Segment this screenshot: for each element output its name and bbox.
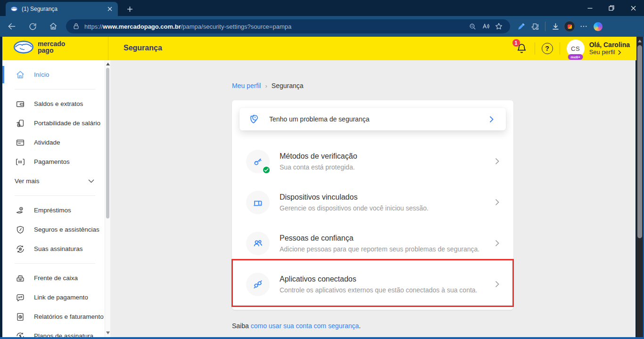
sidebar-item-relatorios[interactable]: Relatórios e faturamento [2, 307, 105, 326]
protected-check-icon [262, 166, 271, 174]
security-problem-label: Tenho um problema de segurança [269, 115, 489, 123]
copilot-icon[interactable] [591, 19, 605, 33]
sidebar-item-seguros[interactable]: Seguros e assistências [2, 220, 105, 239]
row-subtitle: Gerencie os dispositivos onde você inici… [280, 204, 495, 212]
scroll-up-icon[interactable] [106, 63, 110, 65]
security-help-link[interactable]: como usar sua conta com segurança [251, 322, 359, 330]
row-dispositivos-vinculados[interactable]: Dispositivos vinculados Gerencie os disp… [239, 182, 506, 223]
tab-close-icon[interactable] [106, 5, 114, 13]
salary-portability-icon [15, 118, 26, 129]
keys-icon [246, 150, 270, 173]
scroll-up-icon[interactable] [638, 40, 642, 42]
tab-title: (1) Segurança [22, 6, 106, 12]
sidebar-item-label: Link de pagamento [34, 294, 88, 301]
sidebar-divider [15, 263, 95, 264]
row-subtitle: Sua conta está protegida. [280, 163, 495, 171]
user-avatar[interactable]: CS meli+ [567, 40, 585, 57]
sidebar-item-frente-caixa[interactable]: Frente de caixa [2, 268, 105, 288]
row-pessoas-confianca[interactable]: Pessoas de confiança Adicione pessoas pa… [239, 223, 506, 264]
loan-icon [15, 205, 26, 216]
new-tab-button[interactable] [124, 3, 136, 15]
row-metodos-verificacao[interactable]: Métodos de verificação Sua conta está pr… [239, 141, 506, 182]
shield-alert-icon [247, 112, 261, 126]
page-scrollbar-thumb[interactable] [637, 45, 642, 238]
profile-menu[interactable]: Olá, Carolina Seu perfil [589, 41, 630, 56]
sidebar-item-emprestimos[interactable]: Empréstimos [2, 201, 105, 220]
page-scrollbar[interactable] [636, 37, 643, 337]
notification-badge: 1 [512, 39, 520, 47]
security-problem-row[interactable]: Tenho um problema de segurança [239, 108, 506, 130]
header-separator [560, 42, 560, 55]
reports-icon [15, 312, 26, 322]
sidebar-nav: Início Saldos e extratos Portabilidade d… [2, 60, 105, 337]
extensions-puzzle-icon[interactable] [528, 19, 542, 33]
help-icon[interactable]: ? [542, 43, 553, 54]
url-bar[interactable]: https://www.mercadopago.com.br/pampa/sec… [66, 19, 510, 33]
sidebar-item-inicio[interactable]: Início [2, 65, 105, 84]
minimize-button[interactable] [579, 0, 601, 16]
edge-rewrite-pen-icon[interactable] [514, 19, 528, 33]
plug-icon [246, 273, 270, 296]
breadcrumb-separator-icon: › [265, 82, 267, 89]
sidebar-item-label: Atividade [34, 139, 60, 146]
sidebar-item-label: Planos de assinatura [34, 332, 93, 337]
row-aplicativos-conectados[interactable]: Aplicativos conectados Controle os aplic… [239, 264, 506, 305]
sidebar-item-label: Empréstimos [34, 207, 71, 214]
sidebar-item-portabilidade[interactable]: Portabilidade de salário [2, 113, 105, 133]
sidebar-item-planos[interactable]: Planos de assinatura [2, 326, 105, 337]
home-icon [15, 70, 26, 80]
people-icon [246, 232, 270, 255]
zoom-search-icon[interactable] [466, 20, 479, 33]
sidebar-item-label: Portabilidade de salário [34, 120, 100, 127]
sidebar-scrollbar-thumb[interactable] [106, 68, 109, 218]
breadcrumb-meu-perfil[interactable]: Meu perfil [232, 82, 261, 89]
lock-icon [73, 23, 80, 30]
sidebar-item-label: Início [34, 71, 49, 78]
breadcrumb-seguranca: Segurança [272, 82, 304, 89]
main-content: Meu perfil › Segurança Tenho um problema… [110, 60, 636, 337]
row-subtitle: Controle os aplicativos externos que est… [280, 286, 495, 294]
chevron-right-icon [495, 158, 499, 165]
handshake-logo-icon [13, 40, 34, 54]
mercadopago-logo[interactable]: mercado pago [13, 40, 65, 54]
sidebar-scrollbar[interactable] [105, 60, 110, 337]
sidebar-item-link-pagamento[interactable]: Link de pagamento [2, 288, 105, 307]
sidebar-item-assinaturas[interactable]: Suas assinaturas [2, 239, 105, 258]
close-window-button[interactable] [622, 0, 644, 16]
sidebar-item-atividade[interactable]: Atividade [2, 133, 105, 152]
sidebar-item-label: Pagamentos [34, 158, 70, 165]
browser-tab[interactable]: (1) Segurança [6, 2, 118, 16]
downloads-icon[interactable] [548, 19, 562, 33]
sidebar-item-saldos[interactable]: Saldos e extratos [2, 94, 105, 113]
browser-home-icon[interactable] [46, 19, 60, 33]
refresh-icon[interactable] [25, 19, 40, 33]
chevron-right-icon [495, 281, 499, 288]
sidebar-item-label: Suas assinaturas [34, 245, 83, 252]
read-aloud-icon[interactable] [479, 20, 492, 33]
browser-tabstrip: (1) Segurança [0, 0, 644, 16]
header-separator [535, 42, 535, 55]
scroll-down-icon[interactable] [106, 331, 110, 334]
favorites-star-icon[interactable] [492, 20, 505, 33]
row-title: Dispositivos vinculados [280, 193, 495, 202]
header-divider [108, 37, 108, 60]
breadcrumb: Meu perfil › Segurança [232, 82, 513, 89]
extension-avatar-icon[interactable] [562, 19, 577, 33]
meli-plus-badge: meli+ [568, 54, 583, 60]
devices-icon [246, 191, 270, 214]
notifications-bell-icon[interactable]: 1 [516, 42, 528, 55]
sidebar-divider [15, 89, 95, 89]
restore-button[interactable] [601, 0, 622, 16]
row-title: Aplicativos conectados [280, 275, 495, 283]
more-options-icon[interactable] [577, 19, 591, 33]
sidebar-item-label: Frente de caixa [34, 274, 78, 282]
sidebar-item-pagamentos[interactable]: Pagamentos [2, 152, 105, 171]
sidebar-item-label: Seguros e assistências [34, 226, 99, 233]
row-title: Pessoas de confiança [280, 234, 495, 242]
browser-toolbar: https://www.mercadopago.com.br/pampa/sec… [0, 16, 644, 37]
back-icon[interactable] [5, 19, 19, 33]
sidebar-ver-mais[interactable]: Ver mais [2, 171, 105, 191]
mercadopago-favicon-icon [10, 5, 18, 13]
sidebar-item-label: Saldos e extratos [34, 100, 83, 107]
chevron-right-icon [489, 116, 494, 123]
